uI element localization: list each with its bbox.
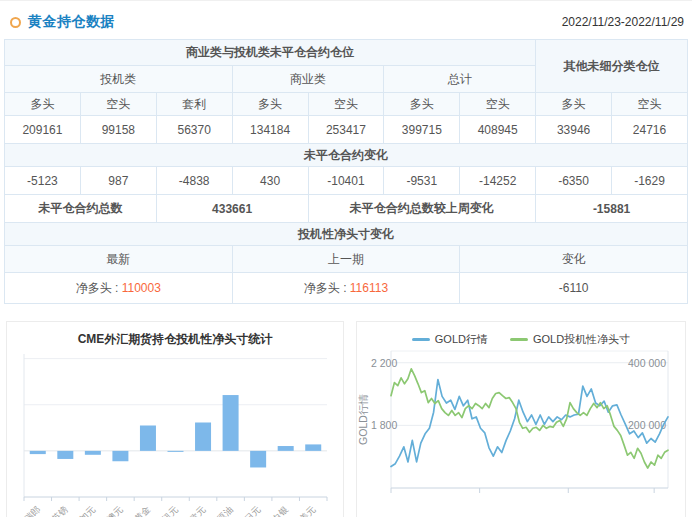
net-long-latest-value: 110003: [122, 281, 161, 295]
bar: [112, 451, 128, 461]
bar: [57, 451, 73, 459]
bar-x-label: 澳元: [105, 504, 125, 517]
bar-x-label: 纽元: [160, 504, 180, 517]
column-header-cell: 套利: [156, 93, 232, 116]
net-long-previous-label: 净多头 :: [304, 281, 347, 295]
gold-positions-page: 黄金持仓数据 2022/11/23-2022/11/29 商业类与投机类未平仓合…: [0, 0, 692, 517]
left-axis-title: GOLD行情: [357, 394, 369, 445]
column-header-cell: 空头: [80, 93, 156, 116]
section-bullet-icon: [10, 17, 21, 28]
change-value-cell: 430: [232, 167, 308, 195]
charts-row: CME外汇期货持仓投机性净头寸统计 瑞郎英镑加元澳元黄金纽元欧元原油日元白银美元…: [0, 321, 692, 517]
net-long-previous-cell: 净多头 : 116113: [232, 273, 460, 304]
bar: [85, 451, 101, 455]
bar-x-label: 日元: [243, 504, 263, 517]
column-header-cell: 空头: [308, 93, 384, 116]
category-speculative: 投机类: [5, 66, 233, 93]
position-value-cell: 56370: [156, 116, 232, 144]
bar: [168, 451, 184, 452]
group-header-other: 其他未细分类仓位: [536, 40, 688, 93]
position-value-cell: 253417: [308, 116, 384, 144]
bar-x-label: 瑞郎: [22, 504, 43, 517]
weekly-change-label: 未平仓合约总数较上周变化: [308, 195, 536, 223]
bar-x-label: 白银: [270, 504, 290, 517]
bar: [195, 423, 211, 451]
column-header-cell: 多头: [384, 93, 460, 116]
bar-x-label: 原油: [215, 504, 235, 517]
net-column-header-cell: 上一期: [232, 246, 460, 273]
weekly-change-value: -15881: [536, 195, 688, 223]
change-value-cell: -4838: [156, 167, 232, 195]
change-value-cell: -14252: [460, 167, 536, 195]
change-value-cell: -9531: [384, 167, 460, 195]
bar: [278, 446, 294, 451]
change-section-header: 未平仓合约变化: [5, 144, 688, 167]
total-contracts-label: 未平仓合约总数: [5, 195, 157, 223]
line-chart-card: GOLD行情 GOLD投机性净头寸 2 2001 800400 000200 0…: [356, 321, 686, 517]
position-value-cell: 24716: [612, 116, 688, 144]
position-value-cell: 408945: [460, 116, 536, 144]
bar: [305, 444, 321, 450]
bar-chart-title: CME外汇期货持仓投机性净头寸统计: [7, 322, 343, 352]
net-position-legend-dash-icon: [510, 338, 528, 341]
bar: [250, 451, 266, 468]
column-header-cell: 多头: [5, 93, 81, 116]
date-range: 2022/11/23-2022/11/29: [562, 15, 684, 29]
bar: [223, 395, 239, 451]
position-value-cell: 209161: [5, 116, 81, 144]
cme-net-position-bar-chart: 瑞郎英镑加元澳元黄金纽元欧元原油日元白银美元: [7, 352, 341, 517]
gold-price-net-position-line-chart: 2 2001 800400 000200 000GOLD行情: [357, 346, 683, 512]
positions-table: 商业类与投机类未平仓合约仓位 其他未细分类仓位 投机类 商业类 总计 多头空头套…: [4, 39, 688, 304]
position-value-cell: 399715: [384, 116, 460, 144]
bar: [30, 451, 46, 454]
net-position-section-header: 投机性净头寸变化: [5, 223, 688, 246]
net-long-previous-value: 116113: [350, 281, 388, 295]
legend-label-gold-price: GOLD行情: [435, 332, 488, 347]
category-total: 总计: [384, 66, 536, 93]
net-long-latest-label: 净多头 :: [76, 281, 119, 295]
net-column-header-cell: 变化: [460, 246, 688, 273]
category-commercial: 商业类: [232, 66, 384, 93]
legend-item-gold-price[interactable]: GOLD行情: [412, 332, 488, 347]
change-value-cell: -6350: [536, 167, 612, 195]
bar: [140, 425, 156, 450]
net-long-change-value: -6110: [460, 273, 688, 304]
left-axis-tick-label: 1 800: [371, 419, 397, 431]
page-header: 黄金持仓数据 2022/11/23-2022/11/29: [0, 1, 692, 37]
total-contracts-value: 433661: [156, 195, 308, 223]
bar-x-label: 欧元: [188, 504, 208, 517]
group-header-main: 商业类与投机类未平仓合约仓位: [5, 40, 536, 66]
column-header-cell: 空头: [460, 93, 536, 116]
column-header-cell: 多头: [232, 93, 308, 116]
net-column-header-cell: 最新: [5, 246, 233, 273]
bar-x-label: 黄金: [133, 504, 153, 517]
column-header-cell: 多头: [536, 93, 612, 116]
position-value-cell: 134184: [232, 116, 308, 144]
left-axis-tick-label: 2 200: [371, 357, 397, 369]
legend-label-net-position: GOLD投机性净头寸: [533, 332, 630, 347]
position-value-cell: 33946: [536, 116, 612, 144]
bar-x-label: 英镑: [50, 504, 70, 517]
column-header-cell: 空头: [612, 93, 688, 116]
line-chart-legend: GOLD行情 GOLD投机性净头寸: [357, 322, 685, 346]
bar-x-label: 加元: [77, 504, 97, 517]
gold-price-legend-dash-icon: [412, 338, 430, 341]
position-value-cell: 99158: [80, 116, 156, 144]
right-axis-tick-label: 400 000: [628, 357, 666, 369]
change-value-cell: -5123: [5, 167, 81, 195]
net-long-latest-cell: 净多头 : 110003: [5, 273, 233, 304]
change-value-cell: 987: [80, 167, 156, 195]
bar-x-label: 美元: [298, 504, 318, 517]
page-title: 黄金持仓数据: [28, 13, 115, 31]
change-value-cell: -10401: [308, 167, 384, 195]
legend-item-net-position[interactable]: GOLD投机性净头寸: [510, 332, 630, 347]
bar-chart-card: CME外汇期货持仓投机性净头寸统计 瑞郎英镑加元澳元黄金纽元欧元原油日元白银美元: [6, 321, 344, 517]
change-value-cell: -1629: [612, 167, 688, 195]
